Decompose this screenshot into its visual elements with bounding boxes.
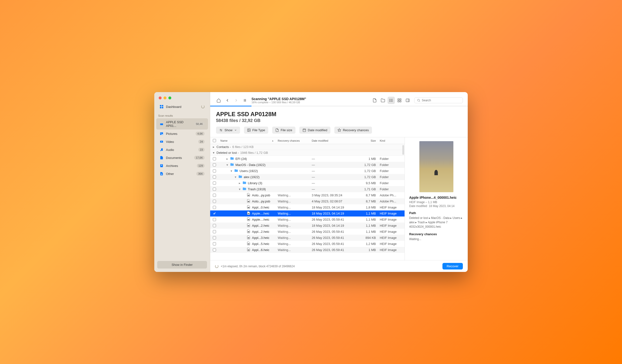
forward-button[interactable] bbox=[233, 97, 240, 104]
sidebar-item-archives[interactable]: Archives129 bbox=[156, 162, 208, 170]
row-checkbox[interactable] bbox=[213, 175, 216, 179]
disclosure-icon[interactable]: ▾ bbox=[212, 151, 215, 154]
table-row[interactable]: Apple....heic Waiting... 18 May 2023, 04… bbox=[210, 211, 405, 216]
table-row[interactable]: Appl...6.heic Waiting... 26 May 2023, 05… bbox=[210, 247, 405, 253]
column-name[interactable]: Name▲ bbox=[218, 139, 276, 142]
view-document-button[interactable] bbox=[371, 97, 378, 104]
disclosure-icon[interactable]: ▾ bbox=[238, 187, 241, 191]
column-kind[interactable]: Kind bbox=[378, 139, 405, 142]
row-checkbox[interactable] bbox=[213, 194, 216, 197]
sidebar-item-audio[interactable]: Audio23 bbox=[156, 146, 208, 153]
row-checkbox[interactable] bbox=[213, 169, 216, 172]
column-recovery[interactable]: Recovery chances bbox=[276, 139, 310, 142]
table-row[interactable]: Appl...2.heic Waiting... 18 May 2023, 04… bbox=[210, 223, 405, 229]
show-in-finder-button[interactable]: Show in Finder bbox=[157, 261, 207, 268]
filter-show-button[interactable]: Show bbox=[216, 127, 240, 134]
table-row[interactable]: ▾Trash (1919) — 1,71 GB Folder bbox=[210, 186, 405, 192]
sidebar-item-other[interactable]: Other36K bbox=[156, 170, 208, 178]
row-checkbox[interactable] bbox=[213, 182, 216, 185]
row-date: 26 May 2023, 05:59:41 bbox=[310, 242, 356, 246]
row-checkbox[interactable] bbox=[213, 157, 216, 160]
view-grid-button[interactable] bbox=[396, 97, 403, 104]
sidebar-item-label: Pictures bbox=[166, 132, 193, 135]
table-row[interactable]: Apple....heic Waiting... 26 May 2023, 05… bbox=[210, 216, 405, 223]
close-window-button[interactable] bbox=[159, 96, 162, 99]
disclosure-icon[interactable]: ▸ bbox=[212, 145, 215, 149]
filter-file-type-button[interactable]: File Type bbox=[244, 127, 269, 134]
row-checkbox[interactable] bbox=[213, 206, 216, 209]
table-row[interactable]: ▸EFI (24) — 1 MB Folder bbox=[210, 156, 405, 162]
row-size: 9,5 MB bbox=[356, 181, 378, 185]
row-size: 1,1 MB bbox=[356, 230, 378, 233]
disclosure-icon[interactable]: ▾ bbox=[234, 175, 237, 179]
disclosure-icon[interactable]: ▾ bbox=[226, 163, 229, 167]
disclosure-icon[interactable]: ▸ bbox=[238, 181, 241, 185]
select-all-checkbox[interactable] bbox=[213, 139, 216, 142]
row-size: 1,2 MB bbox=[356, 242, 378, 246]
file-icon bbox=[247, 248, 251, 252]
column-date[interactable]: Date modified bbox=[310, 139, 356, 142]
svg-point-5 bbox=[161, 124, 161, 124]
table-row[interactable]: Appl...0.heic Waiting... 18 May 2023, 04… bbox=[210, 204, 405, 211]
back-button[interactable] bbox=[224, 97, 231, 104]
group-row[interactable]: ▾Deleted or lost - 1946 files / 1,72 GB bbox=[210, 150, 405, 156]
table-row[interactable]: Appl...2.heic Waiting... 26 May 2023, 05… bbox=[210, 229, 405, 235]
view-list-button[interactable] bbox=[388, 97, 395, 104]
disclosure-icon[interactable]: ▸ bbox=[226, 157, 229, 161]
row-checkbox[interactable] bbox=[213, 218, 216, 221]
table-row[interactable]: ▾MacOS - Data (1922) — 1,72 GB Folder bbox=[210, 162, 405, 168]
row-checkbox[interactable] bbox=[213, 200, 216, 203]
row-checkbox[interactable] bbox=[213, 188, 216, 191]
detail-filename: Apple iPhone...4_000001.heic bbox=[409, 196, 463, 199]
row-checkbox[interactable] bbox=[213, 236, 216, 239]
column-size[interactable]: Size bbox=[356, 139, 378, 142]
maximize-window-button[interactable] bbox=[168, 96, 171, 99]
filter-file-size-button[interactable]: File size bbox=[272, 127, 295, 134]
disclosure-icon[interactable]: ▾ bbox=[230, 169, 233, 173]
row-kind: Folder bbox=[378, 181, 405, 185]
row-checkbox[interactable] bbox=[213, 163, 216, 166]
recover-button[interactable]: Recover bbox=[443, 263, 463, 269]
sidebar-dashboard[interactable]: Dashboard bbox=[156, 103, 208, 111]
row-date: 18 May 2023, 04:14:19 bbox=[310, 206, 356, 209]
row-checkbox[interactable] bbox=[213, 248, 216, 251]
pause-button[interactable] bbox=[241, 97, 249, 104]
folder-icon bbox=[230, 156, 234, 161]
other-icon bbox=[160, 172, 163, 176]
file-icon bbox=[247, 205, 251, 210]
minimize-window-button[interactable] bbox=[163, 96, 166, 99]
home-button[interactable] bbox=[215, 97, 222, 104]
scrollbar[interactable] bbox=[402, 145, 404, 155]
drive-subtitle: 58438 files / 32,92 GB bbox=[216, 118, 462, 123]
svg-rect-45 bbox=[248, 207, 250, 208]
sidebar-item-badge: 23 bbox=[198, 148, 205, 152]
row-checkbox[interactable] bbox=[213, 230, 216, 233]
row-checkbox[interactable] bbox=[213, 242, 216, 245]
row-kind: HEIF Image bbox=[378, 236, 405, 240]
svg-point-30 bbox=[417, 99, 419, 101]
search-box[interactable] bbox=[414, 97, 463, 103]
table-row[interactable]: Appl...3.heic Waiting... 26 May 2023, 05… bbox=[210, 235, 405, 241]
table-row[interactable]: ▾Users (1922) — 1,72 GB Folder bbox=[210, 168, 405, 174]
spinner-icon bbox=[215, 265, 218, 268]
filter-date-button[interactable]: Date modified bbox=[299, 127, 330, 134]
filter-recovery-button[interactable]: Recovery chances bbox=[334, 127, 372, 134]
svg-rect-17 bbox=[245, 99, 246, 102]
table-row[interactable]: Aoto...py.psb Waiting... 4 May 2023, 02:… bbox=[210, 198, 405, 204]
sidebar-item-documents[interactable]: Documents17,6K bbox=[156, 154, 208, 162]
sidebar-item-pictures[interactable]: Pictures4,6K bbox=[156, 130, 208, 137]
file-icon bbox=[247, 223, 251, 228]
row-checkbox[interactable] bbox=[213, 212, 216, 215]
sidebar-item-drive[interactable]: APPLE SSD AP01...58,4K bbox=[156, 118, 208, 130]
row-checkbox[interactable] bbox=[213, 224, 216, 227]
search-input[interactable] bbox=[422, 99, 460, 102]
sidebar-item-video[interactable]: Video24 bbox=[156, 138, 208, 146]
view-folder-button[interactable] bbox=[379, 97, 387, 104]
toggle-sidebar-button[interactable] bbox=[404, 97, 411, 104]
group-row[interactable]: ▸Contacts - 6 files / 123 KB bbox=[210, 144, 405, 150]
table-row[interactable]: ▸Library (3) — 9,5 MB Folder bbox=[210, 180, 405, 186]
row-name: MacOS - Data (1922) bbox=[235, 163, 266, 167]
table-row[interactable]: ▾alex (1922) — 1,72 GB Folder bbox=[210, 174, 405, 180]
table-row[interactable]: Appl...5.heic Waiting... 26 May 2023, 05… bbox=[210, 241, 405, 247]
table-row[interactable]: Aoto...py.psb Waiting... 3 May 2023, 09:… bbox=[210, 192, 405, 198]
